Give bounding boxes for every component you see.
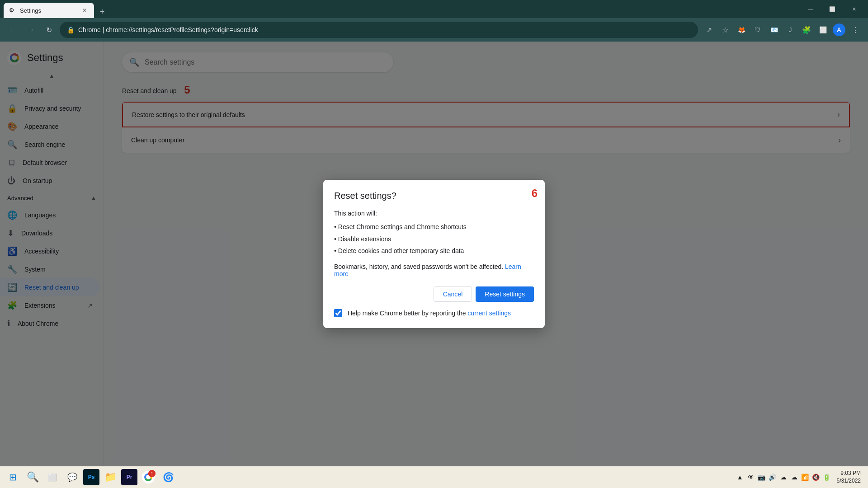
browser-frame: ⚙ Settings ✕ + — ⬜ ✕ ← → ↻ 🔒 Chrome | ch… <box>0 0 868 488</box>
toolbar-icons: ↗ ☆ 🦊 🛡 📧 J 🧩 ⬜ A ⋮ <box>702 23 863 37</box>
checkbox-row: Help make Chrome better by reporting the… <box>334 309 534 317</box>
reset-settings-button[interactable]: Reset settings <box>476 286 534 302</box>
photoshop-button[interactable]: Ps <box>83 469 99 485</box>
tray-icon-5[interactable]: ☁ <box>790 473 799 482</box>
tray-icon-1[interactable]: 👁 <box>746 473 755 482</box>
forward-button[interactable]: → <box>24 23 38 37</box>
search-button[interactable]: 🔍 <box>24 468 42 486</box>
window-controls: — ⬜ ✕ <box>800 2 864 16</box>
share-icon[interactable]: ↗ <box>702 23 716 37</box>
tray-volume-icon[interactable]: 🔇 <box>811 473 821 482</box>
tray-battery-icon[interactable]: 🔋 <box>822 473 831 482</box>
tab-label: Settings <box>20 7 41 14</box>
dialog-intro: This action will: <box>334 208 534 218</box>
step6-indicator: 6 <box>532 187 538 200</box>
address-input[interactable]: 🔒 Chrome | chrome://settings/resetProfil… <box>60 22 698 38</box>
clock[interactable]: 9:03 PM 5/31/2022 <box>833 469 864 485</box>
tab-favicon: ⚙ <box>9 7 16 14</box>
start-button[interactable]: ⊞ <box>4 468 22 486</box>
profile-avatar: A <box>833 23 845 36</box>
reload-button[interactable]: ↻ <box>42 23 56 37</box>
reset-dialog: Reset settings? 6 This action will: • Re… <box>323 180 545 328</box>
chrome-badge: 1 <box>148 470 156 477</box>
bullet-2: • Disable extensions <box>334 234 534 244</box>
settings-tab[interactable]: ⚙ Settings ✕ <box>4 3 94 18</box>
modal-overlay[interactable]: Reset settings? 6 This action will: • Re… <box>0 42 868 466</box>
profile-button[interactable]: A <box>832 23 846 37</box>
taskbar: ⊞ 🔍 ⬜ 💬 Ps 📁 Pr 1 🌀 ▲ 👁 📷 🔊 <box>0 466 868 488</box>
system-tray: ▲ 👁 📷 🔊 ☁ ☁ 📶 🔇 🔋 9:03 PM 5/31/2022 <box>736 469 864 485</box>
tray-wifi-icon[interactable]: 📶 <box>801 473 810 482</box>
minimize-button[interactable]: — <box>800 2 821 16</box>
address-text: Chrome | chrome://settings/resetProfileS… <box>78 26 258 33</box>
tab-bar: ⚙ Settings ✕ + — ⬜ ✕ <box>0 0 868 18</box>
taskview-button[interactable]: ⬜ <box>43 468 61 486</box>
menu-button[interactable]: ⋮ <box>848 23 863 37</box>
premiere-button[interactable]: Pr <box>121 469 137 485</box>
ext-icon-5[interactable]: ⬜ <box>816 23 830 37</box>
ext-icon-1[interactable]: 🦊 <box>734 23 749 37</box>
bookmark-icon[interactable]: ☆ <box>718 23 732 37</box>
close-button[interactable]: ✕ <box>844 2 864 16</box>
dialog-footer: Cancel Reset settings <box>334 286 534 302</box>
files-button[interactable]: 📁 <box>101 468 119 486</box>
new-tab-button[interactable]: + <box>96 5 108 18</box>
ext-icon-4[interactable]: J <box>783 23 797 37</box>
bullet-3: • Delete cookies and other temporary sit… <box>334 246 534 256</box>
back-button[interactable]: ← <box>5 23 20 37</box>
tray-expand-icon[interactable]: ▲ <box>736 473 745 482</box>
dialog-note: Bookmarks, history, and saved passwords … <box>334 263 534 277</box>
teams-button[interactable]: 💬 <box>63 468 81 486</box>
report-settings-checkbox[interactable] <box>334 309 342 317</box>
maximize-button[interactable]: ⬜ <box>822 2 843 16</box>
date: 5/31/2022 <box>837 477 861 485</box>
address-bar: ← → ↻ 🔒 Chrome | chrome://settings/reset… <box>0 18 868 42</box>
dialog-title: Reset settings? <box>334 191 534 201</box>
tray-icon-4[interactable]: ☁ <box>779 473 788 482</box>
tab-close-button[interactable]: ✕ <box>80 6 89 14</box>
security-icon: 🔒 <box>67 26 75 33</box>
ext-icon-3[interactable]: 📧 <box>767 23 781 37</box>
edge-button[interactable]: 🌀 <box>159 468 177 486</box>
current-settings-link[interactable]: current settings <box>467 310 511 317</box>
bullet-1: • Reset Chrome settings and Chrome short… <box>334 222 534 232</box>
tray-icon-2[interactable]: 📷 <box>757 473 766 482</box>
content-area: Settings ▲ 🪪 Autofill 🔒 Privacy and secu… <box>0 42 868 466</box>
dialog-body: This action will: • Reset Chrome setting… <box>334 208 534 256</box>
cancel-button[interactable]: Cancel <box>434 286 472 302</box>
extensions-button[interactable]: 🧩 <box>799 23 814 37</box>
time: 9:03 PM <box>837 469 861 477</box>
chrome-taskbar-button[interactable]: 1 <box>139 468 157 486</box>
tray-icon-3[interactable]: 🔊 <box>768 473 777 482</box>
ext-icon-2[interactable]: 🛡 <box>750 23 765 37</box>
